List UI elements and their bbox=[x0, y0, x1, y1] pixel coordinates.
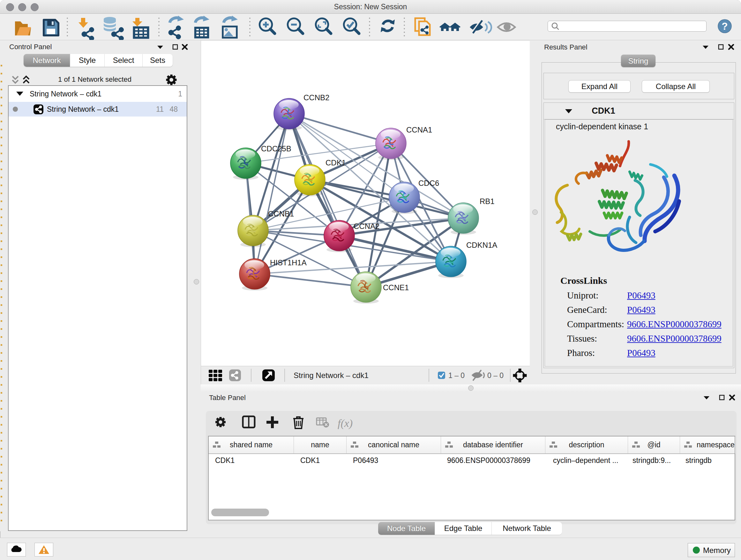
svg-text:CCNE1: CCNE1 bbox=[383, 283, 409, 292]
svg-text:f(x): f(x) bbox=[338, 417, 353, 429]
svg-text:CDC25B: CDC25B bbox=[261, 144, 291, 153]
svg-text:String Network – cdk1: String Network – cdk1 bbox=[293, 371, 368, 380]
svg-text:0 – 0: 0 – 0 bbox=[487, 371, 503, 380]
svg-text:CDK1: CDK1 bbox=[326, 159, 346, 167]
svg-text:CDC6: CDC6 bbox=[418, 179, 439, 187]
svg-text:CCNB2: CCNB2 bbox=[304, 93, 329, 102]
svg-text:CCNB1: CCNB1 bbox=[268, 209, 294, 218]
svg-text:?: ? bbox=[722, 21, 728, 32]
svg-text:RB1: RB1 bbox=[480, 197, 495, 206]
svg-text:CDKN1A: CDKN1A bbox=[466, 241, 497, 249]
svg-text:1 – 0: 1 – 0 bbox=[448, 371, 465, 380]
svg-text:CCNA2: CCNA2 bbox=[354, 222, 380, 231]
svg-text:CCNA1: CCNA1 bbox=[406, 125, 432, 134]
svg-text:HIST1H1A: HIST1H1A bbox=[270, 258, 307, 267]
